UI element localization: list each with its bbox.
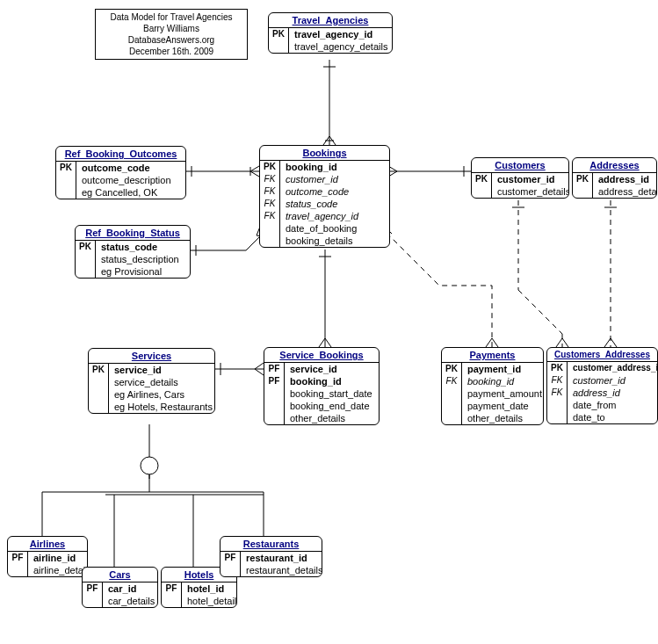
svg-point-16 bbox=[141, 457, 158, 474]
entity-services: Services PKservice_id service_details eg… bbox=[88, 348, 215, 414]
entity-payments: Payments PKpayment_id FKbooking_id payme… bbox=[441, 347, 544, 425]
relationship-lines bbox=[0, 0, 658, 644]
entity-title: Services bbox=[89, 349, 214, 364]
svg-line-26 bbox=[518, 290, 562, 334]
entity-title: Payments bbox=[442, 348, 543, 363]
entity-bookings: Bookings PKbooking_id FKcustomer_id FKou… bbox=[259, 145, 390, 248]
info-line-1: Data Model for Travel Agencies bbox=[101, 11, 242, 23]
entity-title: Customers bbox=[472, 158, 568, 173]
entity-customers: Customers PKcustomer_id customer_details bbox=[471, 157, 569, 199]
entity-title: Addresses bbox=[573, 158, 656, 173]
entity-restaurants: Restaurants PFrestaurant_id restaurant_d… bbox=[220, 536, 322, 577]
entity-title: Ref_Booking_Status bbox=[76, 226, 190, 241]
entity-title: Customers_Addresses bbox=[547, 348, 657, 362]
entity-title: Restaurants bbox=[221, 537, 322, 552]
info-line-3: DatabaseAnswers.org bbox=[101, 34, 242, 46]
entity-title: Cars bbox=[83, 568, 157, 582]
diagram-info-box: Data Model for Travel Agencies Barry Wil… bbox=[95, 9, 248, 60]
info-line-2: Barry Williams bbox=[101, 23, 242, 34]
entity-customers-addresses: Customers_Addresses PKcustomer_address_i… bbox=[546, 347, 658, 424]
entity-title: Bookings bbox=[260, 146, 389, 161]
info-line-4: December 16th. 2009 bbox=[101, 46, 242, 57]
entity-title: Ref_Booking_Outcomes bbox=[56, 147, 185, 162]
entity-travel-agencies: Travel_Agencies PKtravel_agency_id trave… bbox=[268, 12, 393, 54]
entity-title: Service_Bookings bbox=[264, 348, 379, 363]
entity-airlines: Airlines PFairline_id airline_details bbox=[7, 536, 88, 577]
entity-addresses: Addresses PKaddress_id address_details bbox=[572, 157, 657, 199]
attr: travel_agency_id bbox=[289, 28, 378, 40]
entity-title: Airlines bbox=[8, 537, 87, 552]
entity-ref-booking-status: Ref_Booking_Status PKstatus_code status_… bbox=[75, 225, 191, 279]
entity-title: Travel_Agencies bbox=[269, 13, 392, 28]
attr: travel_agency_details bbox=[289, 40, 393, 53]
entity-service-bookings: Service_Bookings PFservice_id PFbooking_… bbox=[264, 347, 380, 425]
key-pk: PK bbox=[269, 28, 289, 40]
entity-cars: Cars PFcar_id car_details bbox=[82, 567, 158, 608]
entity-ref-booking-outcomes: Ref_Booking_Outcomes PKoutcome_code outc… bbox=[55, 146, 186, 199]
